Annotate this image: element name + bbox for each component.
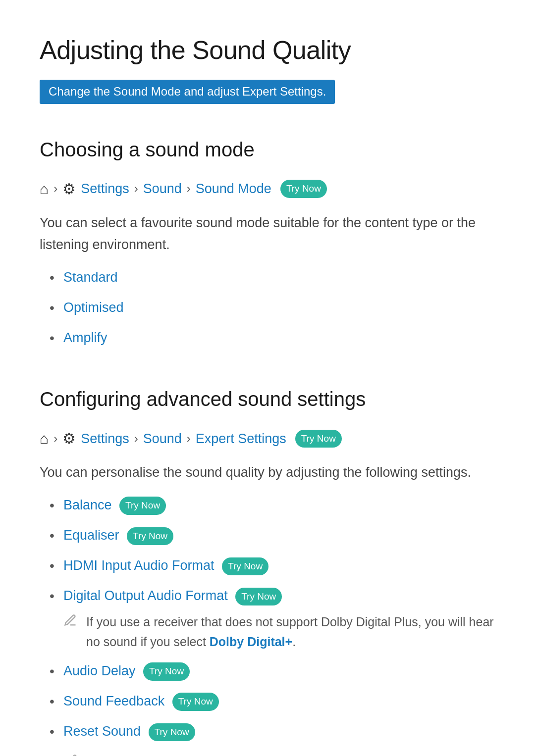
list-item-equaliser: Equaliser Try Now — [50, 525, 495, 546]
equaliser-link[interactable]: Equaliser — [63, 528, 119, 543]
sep5: › — [134, 429, 138, 448]
breadcrumb-sound-label[interactable]: Sound — [143, 178, 182, 200]
section1-heading: Choosing a sound mode — [40, 134, 495, 165]
breadcrumb-sound-label-2[interactable]: Sound — [143, 428, 182, 450]
home-icon-2: ⌂ — [40, 427, 49, 451]
list-item-amplify: Amplify — [50, 327, 495, 349]
digital-output-link[interactable]: Digital Output Audio Format — [63, 588, 228, 603]
section-choosing-sound-mode: Choosing a sound mode ⌂ › ⚙ Settings › S… — [40, 134, 495, 349]
breadcrumb-expert-settings: ⌂ › ⚙ Settings › Sound › Expert Settings… — [40, 427, 495, 451]
try-now-badge-digital[interactable]: Try Now — [235, 588, 282, 605]
sound-feedback-link[interactable]: Sound Feedback — [63, 694, 164, 708]
list-item-optimised: Optimised — [50, 297, 495, 318]
reset-sound-link[interactable]: Reset Sound — [63, 724, 141, 739]
divider — [40, 358, 495, 378]
amplify-link[interactable]: Amplify — [63, 330, 107, 345]
list-item-digital-output: Digital Output Audio Format Try Now If y… — [50, 585, 495, 651]
try-now-badge-sound-feedback[interactable]: Try Now — [172, 693, 219, 710]
standard-link[interactable]: Standard — [63, 270, 118, 285]
note-1: Standard audio signals are sampled at 48… — [64, 752, 495, 756]
breadcrumb-settings-label[interactable]: Settings — [81, 178, 129, 200]
page-title: Adjusting the Sound Quality — [40, 30, 495, 71]
sep3: › — [187, 179, 191, 198]
sep2: › — [134, 179, 138, 198]
try-now-badge-reset-sound[interactable]: Try Now — [149, 723, 195, 741]
list-item-sound-feedback: Sound Feedback Try Now — [50, 691, 495, 712]
digital-note: If you use a receiver that does not supp… — [63, 612, 495, 652]
list-item-hdmi: HDMI Input Audio Format Try Now — [50, 555, 495, 576]
settings-gear-icon: ⚙ — [62, 177, 76, 201]
try-now-badge-balance[interactable]: Try Now — [119, 497, 166, 514]
section1-description: You can select a favourite sound mode su… — [40, 212, 495, 256]
pencil-icon-1 — [64, 753, 78, 756]
sep1: › — [54, 179, 57, 198]
try-now-badge-expert[interactable]: Try Now — [295, 430, 342, 448]
section2-description: You can personalise the sound quality by… — [40, 461, 495, 484]
sound-mode-list: Standard Optimised Amplify — [50, 267, 495, 349]
list-item-reset-sound: Reset Sound Try Now — [50, 721, 495, 742]
balance-link[interactable]: Balance — [63, 498, 112, 512]
note-1-text: Standard audio signals are sampled at 48… — [87, 752, 495, 756]
dolby-digital-link[interactable]: Dolby Digital+ — [210, 635, 292, 649]
pencil-icon-digital — [63, 613, 77, 633]
breadcrumb-settings-label-2[interactable]: Settings — [81, 428, 129, 450]
list-item-standard: Standard — [50, 267, 495, 288]
list-item-audio-delay: Audio Delay Try Now — [50, 660, 495, 682]
digital-note-text: If you use a receiver that does not supp… — [86, 612, 495, 652]
section-advanced-sound: Configuring advanced sound settings ⌂ › … — [40, 383, 495, 756]
hdmi-link[interactable]: HDMI Input Audio Format — [63, 558, 214, 573]
sep6: › — [187, 429, 191, 448]
section2-heading: Configuring advanced sound settings — [40, 383, 495, 415]
home-icon: ⌂ — [40, 177, 49, 201]
expert-settings-list: Balance Try Now Equaliser Try Now HDMI I… — [50, 495, 495, 742]
list-item-balance: Balance Try Now — [50, 495, 495, 516]
try-now-badge-equaliser[interactable]: Try Now — [127, 527, 173, 545]
sep4: › — [54, 429, 57, 448]
settings-gear-icon-2: ⚙ — [62, 427, 76, 451]
optimised-link[interactable]: Optimised — [63, 300, 124, 315]
audio-delay-link[interactable]: Audio Delay — [63, 663, 136, 678]
try-now-badge-audio-delay[interactable]: Try Now — [143, 662, 190, 680]
try-now-badge-hdmi[interactable]: Try Now — [222, 557, 268, 575]
breadcrumb-sound-mode: ⌂ › ⚙ Settings › Sound › Sound Mode Try … — [40, 177, 495, 201]
breadcrumb-expert-settings-label[interactable]: Expert Settings — [196, 428, 286, 450]
breadcrumb-sound-mode-label[interactable]: Sound Mode — [196, 178, 271, 200]
try-now-badge-sound-mode[interactable]: Try Now — [280, 180, 327, 198]
subtitle-box: Change the Sound Mode and adjust Expert … — [40, 80, 335, 103]
